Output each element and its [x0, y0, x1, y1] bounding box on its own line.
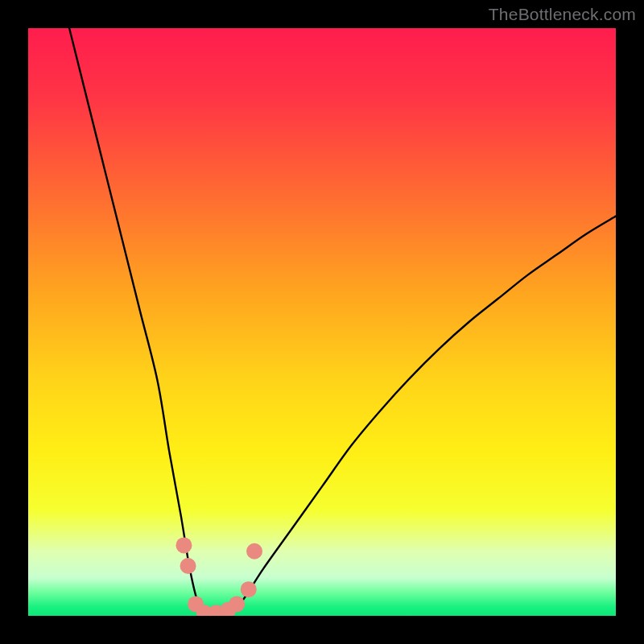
gradient-background	[28, 28, 616, 616]
data-marker	[229, 596, 245, 612]
data-marker	[241, 581, 257, 597]
watermark-text: TheBottleneck.com	[489, 5, 636, 24]
data-marker	[246, 543, 262, 559]
data-marker	[180, 558, 196, 574]
chart-frame: TheBottleneck.com	[0, 0, 644, 644]
data-marker	[175, 537, 192, 553]
plot-area	[28, 28, 616, 616]
bottleneck-chart-svg	[28, 28, 616, 616]
